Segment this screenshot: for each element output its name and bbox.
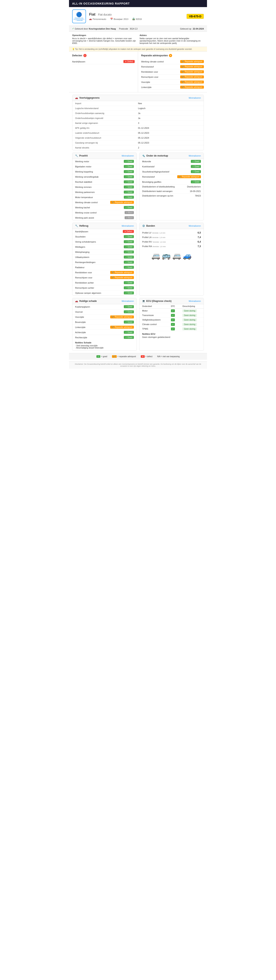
voertuiggegevens-section: 🚗 Voertuiggegevens Minimaliseren ImportN… xyxy=(72,95,204,150)
proefrit-item: Werking cruise control✓ N v t xyxy=(72,210,137,215)
status-badge-good: ✓ Goed xyxy=(124,180,134,183)
repair-item: Remblokken voor🔧 Reparatie advispunt xyxy=(141,69,204,75)
voertuiggegevens-header: 🚗 Voertuiggegevens Minimaliseren xyxy=(72,95,204,101)
schade-item: Voorruit✓ Goed xyxy=(72,309,137,315)
voertuig-data-row: ImportNee xyxy=(72,101,204,106)
status-badge-na: ✓ N v t xyxy=(124,211,134,214)
van-front-icon: 🚐 xyxy=(152,251,160,260)
status-badge-good: ✓ Goed xyxy=(124,191,134,194)
repair-item: Remvloeistof🔧 Reparatie advispunt xyxy=(141,64,204,69)
ecu-col-onderdeel: Onderdeel xyxy=(139,304,168,309)
x-icon: ✕ xyxy=(125,60,126,63)
schade-title: 🚗 Huidige schade xyxy=(75,300,97,302)
banden-minimize[interactable]: Minimaliseren xyxy=(189,225,201,227)
status-badge-good: ✓ Goed xyxy=(124,286,134,289)
repair-item: Voorzijde🔧 Reparatie advispunt xyxy=(141,80,204,85)
status-badge-good: ✓ Goed xyxy=(124,235,134,238)
proefrit-item: Werking parkeerrem✓ Goed xyxy=(72,189,137,195)
voertuig-data-row: Laatste onderhoudsbeurt05-12-2023 xyxy=(72,130,204,135)
vehicle-header: 🔵 Keurmerk voor tweedehandsauto's✓ GEKEU… xyxy=(69,7,207,26)
hefbrug-title: 🔧 Hefbrug xyxy=(75,224,88,227)
schade-note: - Beschadiging dorpel linkerzijde xyxy=(75,347,134,349)
schade-minimize[interactable]: Minimaliseren xyxy=(122,300,134,302)
voertuig-data-row: Logische kilometerstandLogisch xyxy=(72,106,204,111)
ecu-row: Transmissie ✓ Geen storing xyxy=(139,313,204,318)
status-badge-good: ✓ Goed xyxy=(124,321,134,323)
proefrit-items: Werking motor✓ GoedBijpeladen motor✓ Goe… xyxy=(72,159,137,220)
legend-na: N/A = niet van toepassing xyxy=(157,355,180,358)
postcode-label: Postcode xyxy=(119,27,128,30)
legend-good: ✓ = goed xyxy=(96,355,107,358)
banden-card: ⚙️ Banden Minimaliseren Profiel LV Verei… xyxy=(139,223,204,296)
proefrit-item: Werking climate control🔧 Reparatie advis… xyxy=(72,200,137,205)
status-badge-repair: 🔧 Reparatie advispunt xyxy=(110,326,134,329)
license-plate: VB-675-D xyxy=(187,14,204,19)
ecu-row: Climate control ✓ Geen storing xyxy=(139,322,204,327)
tire-row: Profiel RA Vereiste: 1,6 mm7,3 xyxy=(142,244,201,248)
hefbrug-item: Wielophanging✓ Goed xyxy=(72,250,137,255)
status-badge-good: ✓ Goed xyxy=(124,305,134,308)
van-top-icon: 🚙 xyxy=(183,251,191,260)
status-badge-good: ✓ Goed xyxy=(191,160,201,163)
legend-bar: ✓ = goed 🔧 = reparatie advispunt ✕ = def… xyxy=(69,353,207,360)
proefrit-item: Bijpeladen motor✓ Goed xyxy=(72,164,137,169)
voertuig-data-row: Aantal sleutels2 xyxy=(72,145,204,150)
defect-badge: ✕ Defect xyxy=(123,60,135,63)
ecu-minimize[interactable]: Minimaliseren xyxy=(189,300,201,302)
schade-items: Koplampglazen✓ GoedVoorruit✓ GoedVoorzij… xyxy=(72,304,137,340)
defect-item-aandrijfassen: Aandrijfassen ✕ Defect xyxy=(72,59,135,64)
schade-item: Achterzijde✓ Goed xyxy=(72,330,137,335)
voertuig-data-row: Onderhoudsboekjes aanwezigJa xyxy=(72,111,204,116)
calendar-icon: 📅 xyxy=(110,18,113,20)
status-badge-good: ✓ Goed xyxy=(124,245,134,248)
motorkap-title: 🔩 Onder de motorkap xyxy=(142,154,168,157)
motorkap-item: Motorolie✓ Goed xyxy=(139,159,204,164)
voertuig-data-row: Volgende onderhoudsbeurt05-12-2024 xyxy=(72,135,204,140)
ecu-row: TPMS ✓ Geen storing xyxy=(139,327,204,331)
motorkap-header: 🔩 Onder de motorkap Minimaliseren xyxy=(139,153,204,159)
status-badge-good: ✓ Goed xyxy=(124,336,134,339)
repair-item: Remschijven voor🔧 Reparatie advispunt xyxy=(141,75,204,80)
hefbrug-item: Stuurleden✓ Goed xyxy=(72,234,137,239)
vehicle-info: Fiat Fiat ducato 🚗 Personenauto 📅 Bouwja… xyxy=(89,13,183,20)
voertuig-data-row: Onderhoudsboekjes ingevuldJa xyxy=(72,116,204,121)
proefrit-item: Motor temperatuur✓ Goed xyxy=(72,195,137,200)
hefbrug-item: Remblokken voor🔧 Reparatie advispunt xyxy=(72,270,137,275)
proefrit-item: Werking kachel✓ Goed xyxy=(72,205,137,210)
motorkap-item: Remvloeistof🔧 Reparatie advispunt xyxy=(139,174,204,180)
logo-icon: 🔵 xyxy=(76,12,82,18)
status-badge-good: ✓ Goed xyxy=(124,281,134,284)
defects-title: Defecten 1 xyxy=(72,54,135,57)
voertuiggegevens-minimize[interactable]: Minimaliseren xyxy=(189,97,201,99)
hefbrug-item: Remlangen/leidingen✓ Goed xyxy=(72,260,137,265)
proefrit-item: Werking remmen✓ Goed xyxy=(72,185,137,189)
inspector-info: ✓ Gekeurd door Keuringsstation Den Haag … xyxy=(72,27,137,30)
hefbrug-item: Vering schokdempers✓ Goed xyxy=(72,239,137,244)
status-badge-good: ✓ Goed xyxy=(124,331,134,334)
legend-repair: 🔧 = reparatie advispunt xyxy=(112,355,136,358)
logo-text: Keurmerk voor tweedehandsauto's✓ GEKEURD xyxy=(73,18,86,21)
check-icon: ✓ xyxy=(72,27,74,30)
status-badge-good: ✓ Goed xyxy=(124,206,134,209)
proefrit-minimize[interactable]: Minimaliseren xyxy=(122,155,134,157)
schade-notities: Notities Schade - Veel steenslag voorzij… xyxy=(72,340,137,350)
motorkap-items: Motorolie✓ GoedKoelvloeistof✓ GoedStuurb… xyxy=(139,159,204,198)
repair-badge: 🔧 Reparatie advispunt xyxy=(180,86,204,89)
repair-item: Linkerzijde🔧 Reparatie advispunt xyxy=(141,85,204,90)
voertuig-data-row: APK geldig t/m01-12-2024 xyxy=(72,126,204,130)
repair-badge: 🔧 Reparatie advispunt xyxy=(180,65,204,68)
schade-item: Linkerzijde🔧 Reparatie advispunt xyxy=(72,325,137,330)
van-side-icon: 🚌 xyxy=(162,251,171,260)
status-badge-good: ✓ Goed xyxy=(124,310,134,313)
motorkap-card: 🔩 Onder de motorkap Minimaliseren Motoro… xyxy=(139,153,204,220)
motorkap-minimize[interactable]: Minimaliseren xyxy=(189,155,201,157)
proefrit-item: Werking koppeling✓ Goed xyxy=(72,169,137,174)
hefbrug-banden-section: 🔧 Hefbrug Minimaliseren Aandrijfassen✕ D… xyxy=(72,223,204,296)
tire-rows: Profiel LV Vereiste: 1,6 mm6,5Profiel LA… xyxy=(142,231,201,248)
ecu-title: 💻 ECU (Diagnose check) xyxy=(142,300,172,302)
hefbrug-minimize[interactable]: Minimaliseren xyxy=(122,225,134,227)
repair-title: Reparatie adviespunten 6 xyxy=(141,54,204,57)
proefrit-item: Rechtuit stabiliteit✓ Goed xyxy=(72,180,137,185)
status-badge-defect: ✕ Defect xyxy=(123,230,134,233)
motorkap-item: Koelvloeistof✓ Goed xyxy=(139,164,204,169)
